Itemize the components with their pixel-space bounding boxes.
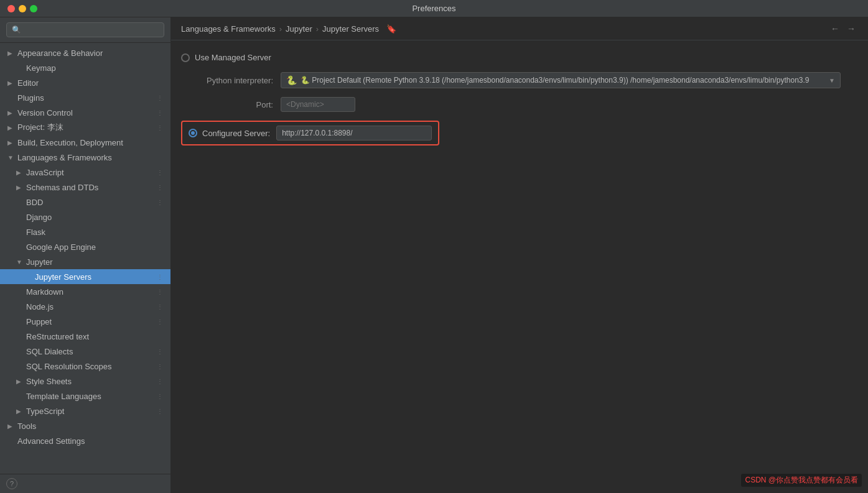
sidebar-item-nodejs[interactable]: Node.js⋮ [0, 299, 170, 314]
config-icon: ⋮ [156, 347, 164, 356]
sidebar-item-schemas[interactable]: ▶Schemas and DTDs⋮ [0, 180, 170, 195]
breadcrumb-nav[interactable]: ← → [828, 24, 858, 34]
maximize-button[interactable] [30, 5, 37, 12]
port-value [281, 97, 858, 112]
config-icon: ⋮ [156, 183, 164, 191]
sidebar-content: ▶Appearance & BehaviorKeymap▶EditorPlugi… [0, 43, 170, 474]
breadcrumb-separator: › [316, 24, 319, 34]
config-icon: ⋮ [156, 108, 164, 117]
sidebar-item-google-app-engine[interactable]: Google App Engine [0, 239, 170, 254]
window-controls[interactable] [7, 5, 37, 12]
chevron-icon: ▶ [7, 50, 15, 57]
sidebar-item-label: SQL Dialects [26, 347, 156, 356]
title-bar: Preferences [0, 0, 868, 17]
sidebar-item-flask[interactable]: Flask [0, 224, 170, 239]
managed-server-label: Use Managed Server [195, 53, 858, 62]
close-button[interactable] [7, 5, 15, 12]
chevron-icon: ▶ [7, 423, 15, 430]
sidebar-item-restructured[interactable]: ReStructured text [0, 329, 170, 344]
chevron-icon: ▼ [7, 154, 15, 161]
managed-server-radio[interactable] [181, 53, 190, 62]
chevron-icon: ▶ [16, 378, 24, 385]
configured-server-radio[interactable] [189, 129, 197, 137]
sidebar-item-typescript[interactable]: ▶TypeScript⋮ [0, 403, 170, 418]
breadcrumb: Languages & Frameworks›Jupyter›Jupyter S… [181, 24, 396, 34]
dropdown-arrow-icon: ▼ [829, 77, 835, 84]
sidebar-item-label: Keymap [26, 63, 164, 73]
sidebar-item-project[interactable]: ▶Project: 李沫⋮ [0, 120, 170, 135]
sidebar-item-label: Google App Engine [26, 242, 164, 252]
sidebar-item-markdown[interactable]: Markdown⋮ [0, 284, 170, 299]
sidebar: ▶Appearance & BehaviorKeymap▶EditorPlugi… [0, 17, 171, 493]
sidebar-item-version-control[interactable]: ▶Version Control⋮ [0, 105, 170, 120]
config-icon: ⋮ [156, 317, 164, 326]
sidebar-item-keymap[interactable]: Keymap [0, 60, 170, 75]
sidebar-item-jupyter[interactable]: ▼Jupyter [0, 254, 170, 269]
minimize-button[interactable] [19, 5, 26, 12]
configured-server-box: Configured Server: [181, 121, 439, 145]
chevron-icon: ▶ [7, 109, 15, 116]
config-icon: ⋮ [156, 123, 164, 132]
sidebar-item-label: Jupyter [26, 257, 164, 267]
interpreter-row: Python interpreter: 🐍 🐍 Project Default … [181, 72, 858, 88]
sidebar-item-javascript[interactable]: ▶JavaScript⋮ [0, 165, 170, 180]
sidebar-item-label: Style Sheets [26, 377, 156, 386]
interpreter-field[interactable]: 🐍 🐍 Project Default (Remote Python 3.9.1… [281, 72, 841, 88]
sidebar-item-label: Django [26, 213, 164, 222]
sidebar-item-build[interactable]: ▶Build, Execution, Deployment [0, 135, 170, 150]
sidebar-item-jupyter-servers[interactable]: Jupyter Servers⋮ [0, 269, 170, 284]
sidebar-item-label: BDD [26, 198, 156, 207]
sidebar-item-label: Advanced Settings [17, 436, 164, 446]
back-button[interactable]: ← [828, 24, 842, 34]
python-icon: 🐍 [286, 75, 297, 85]
sidebar-item-plugins[interactable]: Plugins⋮ [0, 90, 170, 105]
breadcrumb-part: Jupyter Servers [322, 24, 379, 34]
interpreter-text: 🐍 Project Default (Remote Python 3.9.18 … [301, 76, 825, 85]
content-header: Languages & Frameworks›Jupyter›Jupyter S… [171, 17, 868, 40]
interpreter-value: 🐍 🐍 Project Default (Remote Python 3.9.1… [281, 72, 858, 88]
chevron-icon: ▶ [16, 408, 24, 415]
sidebar-item-tools[interactable]: ▶Tools [0, 418, 170, 433]
search-bar [0, 17, 170, 43]
bookmark-icon: 🔖 [386, 24, 396, 34]
sidebar-item-label: Version Control [17, 108, 156, 117]
sidebar-item-label: TypeScript [26, 407, 156, 416]
sidebar-item-label: Puppet [26, 317, 156, 326]
server-url-input[interactable] [276, 126, 432, 141]
port-input[interactable] [281, 97, 355, 112]
sidebar-item-puppet[interactable]: Puppet⋮ [0, 314, 170, 329]
config-icon: ⋮ [156, 302, 164, 311]
breadcrumb-separator: › [279, 24, 282, 34]
help-button[interactable]: ? [6, 478, 17, 489]
sidebar-item-label: Flask [26, 228, 164, 237]
sidebar-item-label: Plugins [17, 93, 156, 103]
sidebar-item-style-sheets[interactable]: ▶Style Sheets⋮ [0, 374, 170, 389]
sidebar-item-advanced-settings[interactable]: Advanced Settings [0, 433, 170, 448]
content-area: Languages & Frameworks›Jupyter›Jupyter S… [171, 17, 868, 493]
chevron-icon: ▶ [7, 80, 15, 86]
config-icon: ⋮ [156, 362, 164, 371]
managed-server-option: Use Managed Server [181, 53, 858, 62]
watermark: CSDN @你点赞我点赞都有会员看 [741, 474, 862, 487]
breadcrumb-part: Jupyter [286, 24, 312, 34]
content-body: Use Managed Server Python interpreter: 🐍… [171, 40, 868, 167]
sidebar-item-template-langs[interactable]: Template Languages⋮ [0, 389, 170, 403]
search-input[interactable] [6, 22, 164, 37]
sidebar-item-label: SQL Resolution Scopes [26, 362, 156, 371]
sidebar-item-label: Template Languages [26, 392, 156, 401]
chevron-icon: ▶ [16, 169, 24, 176]
sidebar-item-sql-dialects[interactable]: SQL Dialects⋮ [0, 344, 170, 359]
sidebar-item-languages[interactable]: ▼Languages & Frameworks [0, 150, 170, 165]
sidebar-item-bdd[interactable]: BDD⋮ [0, 195, 170, 210]
sidebar-item-label: ReStructured text [26, 332, 164, 341]
sidebar-item-label: Node.js [26, 302, 156, 311]
configured-server-row: Configured Server: [181, 121, 858, 145]
config-icon: ⋮ [156, 377, 164, 385]
sidebar-item-editor[interactable]: ▶Editor [0, 75, 170, 90]
forward-button[interactable]: → [844, 24, 858, 34]
sidebar-item-appearance[interactable]: ▶Appearance & Behavior [0, 45, 170, 60]
sidebar-item-django[interactable]: Django [0, 210, 170, 224]
sidebar-item-label: JavaScript [26, 168, 156, 177]
sidebar-item-sql-resolution[interactable]: SQL Resolution Scopes⋮ [0, 359, 170, 374]
sidebar-item-label: Jupyter Servers [35, 272, 156, 282]
